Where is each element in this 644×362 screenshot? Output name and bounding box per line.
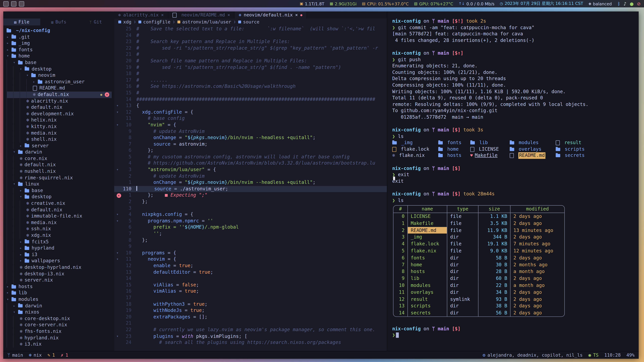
code-line[interactable]: 23# Search key pattern and Replace in Mu… (114, 39, 387, 45)
code-line[interactable]: 2 }; (114, 199, 387, 205)
code-line[interactable]: 14 (114, 276, 387, 282)
tree-item[interactable]: ▾base (6, 59, 112, 66)
code-line[interactable]: 6 }; (114, 147, 387, 154)
code-line[interactable]: 8 onChange = "${pkgs.neovim}/bin/nvim --… (114, 135, 387, 141)
code-line[interactable]: ▾11 neovim = { (114, 256, 387, 263)
tree-item[interactable]: ▸fonts (6, 47, 112, 53)
tree-item[interactable]: ▸darwin (6, 303, 112, 309)
tree-item[interactable]: ❄helix.nix (6, 117, 112, 123)
code-area[interactable]: 25# Save the selected text to a file: `:… (114, 25, 387, 351)
tree-item[interactable]: ▸hyprland (6, 245, 112, 252)
tree-item[interactable]: ❄shell.nix (6, 136, 112, 143)
chevron-down-icon[interactable]: ▾ (13, 59, 18, 66)
breadcrumb-item[interactable]: xdg (118, 19, 131, 24)
tree-item[interactable]: ❄core.nix (6, 156, 112, 162)
fold-icon[interactable]: ▾ (114, 167, 121, 173)
code-line[interactable]: 17# ...... (114, 77, 387, 83)
code-line[interactable]: ▾5 programs.npm.npmrc = '' (114, 218, 387, 224)
code-line[interactable]: 14######################################… (114, 96, 387, 103)
code-line[interactable]: 20# Search file name pattern and Replace… (114, 58, 387, 64)
tree-item[interactable]: ▾neovim (6, 72, 112, 79)
fold-icon[interactable]: ▾ (114, 250, 121, 256)
code-line[interactable]: 15 viAlias = false; (114, 282, 387, 288)
chevron-right-icon[interactable]: ▸ (33, 79, 38, 85)
code-line[interactable]: 9 # update AstroNvim (114, 128, 387, 135)
code-line[interactable]: 18# (114, 71, 387, 77)
tree-item[interactable]: README.md (6, 85, 112, 91)
chevron-right-icon[interactable]: ▸ (20, 258, 25, 264)
tree-item[interactable]: ▸base (6, 188, 112, 194)
code-line[interactable]: 9 (114, 244, 387, 250)
taskbar-app-window-1-icon[interactable] (3, 1, 9, 6)
code-line[interactable]: 1 onChange = "${pkgs.neovim}/bin/nvim --… (114, 179, 387, 186)
code-line[interactable]: 21 (114, 320, 387, 327)
sidebar-tab-file[interactable]: ▤File (3, 18, 40, 25)
code-line[interactable]: ▾4 nixpkgs.config = { (114, 212, 387, 218)
code-line[interactable]: 6 prefix = ''${HOME}/.npm-global (114, 224, 387, 231)
tree-item[interactable]: ❄default.nix (6, 207, 112, 213)
code-line[interactable]: ▾10 programs = { (114, 250, 387, 256)
code-line[interactable]: 20 extraPackages = []; (114, 314, 387, 320)
tree-item[interactable]: ▾nixos (6, 309, 112, 316)
chevron-right-icon[interactable]: ▸ (20, 239, 25, 245)
tree-item[interactable]: ▾home (6, 53, 112, 59)
code-line[interactable]: 19 withNodeJs = true; (114, 308, 387, 314)
chevron-down-icon[interactable]: ▾ (13, 149, 18, 156)
tree-item[interactable]: ❄server.nix (6, 277, 112, 283)
tree-item[interactable]: ❄core-desktop.nix (6, 316, 112, 322)
code-line[interactable]: 2 # update AstroNvim (114, 173, 387, 179)
breadcrumb-item[interactable]: source (238, 19, 260, 24)
tree-item[interactable]: ❄rime-squirrel.nix (6, 175, 112, 181)
fold-icon[interactable]: ▾ (114, 103, 121, 109)
code-line[interactable]: 5 # my cusotom astronvim config, astronv… (114, 154, 387, 160)
tree-item[interactable]: ▸astronvim_user (6, 79, 112, 85)
code-line[interactable]: 16# See https://astronvim.com/Basic%20Us… (114, 83, 387, 90)
chevron-down-icon[interactable]: ▾ (6, 53, 12, 59)
chevron-right-icon[interactable]: ▸ (20, 252, 25, 258)
tree-item[interactable]: ▸i3 (6, 252, 112, 258)
code-line[interactable]: 18 withPython3 = true; (114, 301, 387, 307)
code-line[interactable]: 7 ''; (114, 231, 387, 237)
dnd-icon[interactable]: ⊘ (637, 1, 641, 6)
tree-item[interactable]: ❄fhs-fonts.nix (6, 328, 112, 335)
tree-item[interactable]: ▾desktop (6, 66, 112, 72)
code-line[interactable]: 110 source = ./astronvim_user; (114, 186, 387, 192)
code-line[interactable]: 15# (114, 90, 387, 96)
tree-item[interactable]: ▸_img (6, 40, 112, 46)
tree-item[interactable]: ❄creative.nix (6, 200, 112, 207)
close-icon[interactable]: × (295, 12, 298, 17)
tree-item[interactable]: ❄default.nix (6, 104, 112, 111)
tree-item[interactable]: ❄default.nix●✕ (6, 91, 112, 98)
breadcrumb-item[interactable]: configFile (138, 19, 170, 24)
fold-icon[interactable]: ▾ (114, 122, 121, 128)
tree-item[interactable]: ❄development.nix (6, 111, 112, 117)
tree-item[interactable]: ❄i3.nix (6, 341, 112, 348)
tree-item[interactable]: ▸fcitx5 (6, 239, 112, 245)
tree-item[interactable]: ❄immutable-file.nix (6, 213, 112, 220)
close-icon[interactable]: × (228, 12, 230, 17)
bluetooth-icon[interactable]: ᛒ (618, 1, 620, 6)
code-line[interactable]: 21# (114, 51, 387, 58)
tree-item[interactable]: ❄kitty.nix (6, 123, 112, 130)
tree-item[interactable]: ❄ssh.nix (6, 226, 112, 232)
fold-icon[interactable]: ▾ (114, 218, 121, 224)
code-line[interactable]: ▾13{ (114, 103, 387, 109)
code-line[interactable]: 4 # https://github.com/AstroNvim/AstroNv… (114, 160, 387, 167)
code-line[interactable]: 16 vimAlias = true; (114, 288, 387, 295)
chevron-down-icon[interactable]: ▾ (20, 194, 25, 200)
tree-item[interactable]: ❄desktop-hyprland.nix (6, 264, 112, 271)
chevron-right-icon[interactable]: ▸ (20, 143, 25, 149)
code-line[interactable]: 22 # currently we use lazy.nvim as neovi… (114, 327, 387, 333)
code-line[interactable]: ▾12 xdg.configFile = { (114, 109, 387, 115)
code-line[interactable]: ▾10 "nvim" = { (114, 122, 387, 128)
tree-item[interactable]: ▾modules (6, 296, 112, 303)
buffer-tab[interactable]: neovim/README.md× (168, 11, 234, 18)
tree-item[interactable]: ❄default.nix (6, 162, 112, 168)
code-line[interactable]: 3 (114, 205, 387, 212)
tree-item[interactable]: ▸lib (6, 290, 112, 296)
sidebar-tab-bufs[interactable]: ▥Bufs (40, 18, 77, 25)
buffer-tab[interactable]: ❄neovim/default.nix×● (234, 11, 307, 18)
code-line[interactable]: 13 defaultEditor = true; (114, 269, 387, 275)
chevron-down-icon[interactable]: ▾ (20, 66, 25, 72)
tree-item[interactable]: ▸server (6, 143, 112, 149)
